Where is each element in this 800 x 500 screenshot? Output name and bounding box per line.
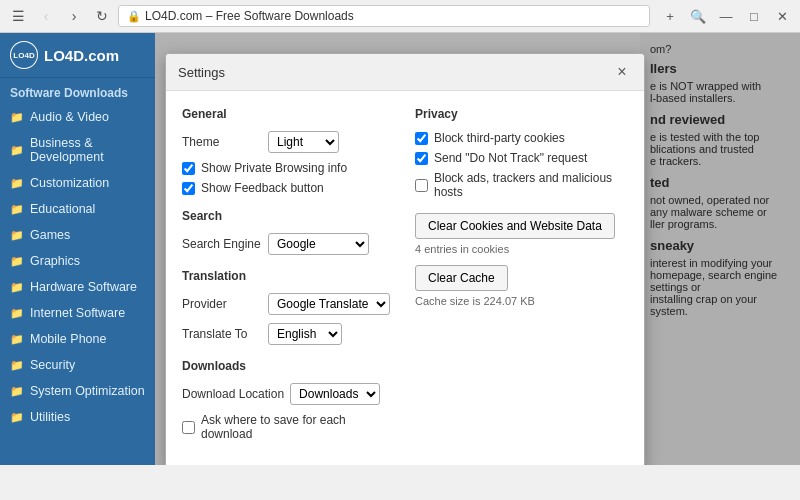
audio-icon: 📁 [10, 111, 24, 124]
sidebar-item-internet[interactable]: 📁 Internet Software [0, 300, 155, 326]
translate-to-row: Translate To English Spanish French [182, 323, 395, 345]
sidebar-item-label: Utilities [30, 410, 70, 424]
security-icon: 📁 [10, 359, 24, 372]
business-icon: 📁 [10, 144, 24, 157]
block-third-party-label: Block third-party cookies [434, 131, 565, 145]
sidebar-item-business[interactable]: 📁 Business & Development [0, 130, 155, 170]
general-title: General [182, 107, 395, 121]
reload-button[interactable]: ↻ [90, 4, 114, 28]
sidebar-item-audio[interactable]: 📁 Audio & Video [0, 104, 155, 130]
ask-save-label: Ask where to save for each download [201, 413, 395, 441]
browser-toolbar: ☰ ‹ › ↻ 🔒 LO4D.com – Free Software Downl… [0, 0, 800, 33]
private-browsing-checkbox[interactable] [182, 162, 195, 175]
graphics-icon: 📁 [10, 255, 24, 268]
games-icon: 📁 [10, 229, 24, 242]
address-bar[interactable]: 🔒 LO4D.com – Free Software Downloads [118, 5, 650, 27]
customization-icon: 📁 [10, 177, 24, 190]
system-icon: 📁 [10, 385, 24, 398]
search-title: Search [182, 209, 395, 223]
download-location-row: Download Location Downloads [182, 383, 395, 405]
internet-icon: 📁 [10, 307, 24, 320]
dialog-body: General Theme Light Dark System Show Pri [166, 91, 644, 465]
show-feedback-checkbox[interactable] [182, 182, 195, 195]
sidebar-item-label: Internet Software [30, 306, 125, 320]
main-area: LO4D LO4D.com Software Downloads 📁 Audio… [0, 33, 800, 465]
privacy-title: Privacy [415, 107, 628, 121]
block-ads-checkbox[interactable] [415, 179, 428, 192]
hardware-icon: 📁 [10, 281, 24, 294]
sidebar-item-label: Audio & Video [30, 110, 109, 124]
lock-icon: 🔒 [127, 10, 141, 23]
mobile-icon: 📁 [10, 333, 24, 346]
forward-button[interactable]: › [62, 4, 86, 28]
sidebar-item-label: Mobile Phone [30, 332, 106, 346]
browser-chrome: ☰ ‹ › ↻ 🔒 LO4D.com – Free Software Downl… [0, 0, 800, 33]
logo-circle: LO4D [10, 41, 38, 69]
theme-label: Theme [182, 135, 262, 149]
sidebar-item-customization[interactable]: 📁 Customization [0, 170, 155, 196]
do-not-track-checkbox[interactable] [415, 152, 428, 165]
sidebar-header: Software Downloads [0, 78, 155, 104]
utilities-icon: 📁 [10, 411, 24, 424]
sidebar-item-label: Business & Development [30, 136, 145, 164]
search-engine-select[interactable]: Google Bing DuckDuckGo [268, 233, 369, 255]
provider-select[interactable]: Google Translate [268, 293, 390, 315]
search-engine-label: Search Engine [182, 237, 262, 251]
show-feedback-label: Show Feedback button [201, 181, 324, 195]
search-toolbar-button[interactable]: 🔍 [686, 4, 710, 28]
address-text: LO4D.com – Free Software Downloads [145, 9, 641, 23]
block-ads-label: Block ads, trackers and malicious hosts [434, 171, 628, 199]
maximize-button[interactable]: □ [742, 4, 766, 28]
clear-cookies-button[interactable]: Clear Cookies and Website Data [415, 213, 615, 239]
minimize-button[interactable]: — [714, 4, 738, 28]
educational-icon: 📁 [10, 203, 24, 216]
hamburger-button[interactable]: ☰ [6, 4, 30, 28]
cache-size-info: Cache size is 224.07 KB [415, 295, 628, 307]
sidebar-item-graphics[interactable]: 📁 Graphics [0, 248, 155, 274]
sidebar-item-mobile[interactable]: 📁 Mobile Phone [0, 326, 155, 352]
download-location-label: Download Location [182, 387, 284, 401]
sidebar-item-hardware[interactable]: 📁 Hardware Software [0, 274, 155, 300]
dialog-title: Settings [178, 65, 225, 80]
sidebar-item-games[interactable]: 📁 Games [0, 222, 155, 248]
cookies-entries-info: 4 entries in cookies [415, 243, 628, 255]
sidebar-item-system[interactable]: 📁 System Optimization [0, 378, 155, 404]
sidebar-item-label: Graphics [30, 254, 80, 268]
sidebar-item-educational[interactable]: 📁 Educational [0, 196, 155, 222]
sidebar: LO4D LO4D.com Software Downloads 📁 Audio… [0, 33, 155, 465]
ask-save-row: Ask where to save for each download [182, 413, 395, 441]
do-not-track-row: Send "Do Not Track" request [415, 151, 628, 165]
sidebar-item-label: Educational [30, 202, 95, 216]
dialog-close-button[interactable]: × [612, 62, 632, 82]
block-third-party-row: Block third-party cookies [415, 131, 628, 145]
page-content: om? llers e is NOT wrapped withl-based i… [155, 33, 800, 465]
toolbar-right: + 🔍 — □ ✕ [658, 4, 794, 28]
provider-label: Provider [182, 297, 262, 311]
downloads-section: Downloads Download Location Downloads As… [182, 359, 395, 441]
privacy-section: Privacy Block third-party cookies Send "… [415, 107, 628, 199]
settings-dialog: Settings × General Theme Light Dark [165, 53, 645, 465]
dialog-right-column: Privacy Block third-party cookies Send "… [415, 107, 628, 455]
logo-image: LO4D [11, 42, 37, 68]
clear-cache-button[interactable]: Clear Cache [415, 265, 508, 291]
sidebar-item-security[interactable]: 📁 Security [0, 352, 155, 378]
window-close-button[interactable]: ✕ [770, 4, 794, 28]
new-tab-button[interactable]: + [658, 4, 682, 28]
translation-section: Translation Provider Google Translate Tr… [182, 269, 395, 345]
translate-to-select[interactable]: English Spanish French [268, 323, 342, 345]
back-button[interactable]: ‹ [34, 4, 58, 28]
block-third-party-checkbox[interactable] [415, 132, 428, 145]
sidebar-item-label: Security [30, 358, 75, 372]
theme-select[interactable]: Light Dark System [268, 131, 339, 153]
sidebar-item-utilities[interactable]: 📁 Utilities [0, 404, 155, 430]
sidebar-logo: LO4D LO4D.com [0, 33, 155, 78]
provider-row: Provider Google Translate [182, 293, 395, 315]
ask-save-checkbox[interactable] [182, 421, 195, 434]
private-browsing-label: Show Private Browsing info [201, 161, 347, 175]
theme-row: Theme Light Dark System [182, 131, 395, 153]
dialog-left-column: General Theme Light Dark System Show Pri [182, 107, 395, 455]
private-browsing-row: Show Private Browsing info [182, 161, 395, 175]
sidebar-item-label: Games [30, 228, 70, 242]
translate-to-label: Translate To [182, 327, 262, 341]
download-location-select[interactable]: Downloads [290, 383, 380, 405]
